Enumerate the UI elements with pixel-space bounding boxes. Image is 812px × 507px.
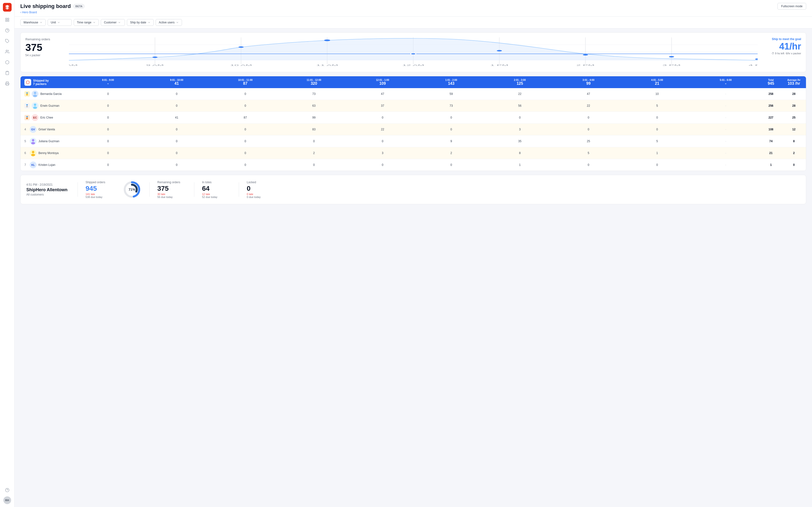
table-header-slot-2: 10:01 - 11:0087 — [211, 76, 280, 88]
table-header-slot-4: 12:01 - 1:00109 — [348, 76, 417, 88]
cell-r3-avg: 12 — [782, 125, 806, 133]
filter-active-users[interactable]: Active users — [156, 19, 182, 26]
cell-r0-7: 47 — [554, 90, 623, 98]
cell-r3-9: - — [692, 125, 760, 133]
cell-r0-5: 59 — [417, 90, 486, 98]
sidebar-icon-help[interactable] — [3, 486, 12, 495]
cell-r4-1: 0 — [142, 137, 211, 145]
breadcrumb-link[interactable]: Hero Board — [22, 11, 37, 14]
packer-cell-0: 🥇 Bernarda Garcia — [20, 88, 74, 100]
table-row: 7 KL Kristen Lujan 0 0 0 0 0 0 1 0 0 - 1… — [20, 159, 806, 171]
sidebar-icon-box[interactable] — [3, 58, 12, 67]
sidebar-icon-tag[interactable] — [3, 37, 12, 45]
page-header: Live shipping board BETA Fullscreen mode… — [14, 0, 812, 17]
table-header-slot-9: 5:01 - 6:00- — [692, 76, 760, 88]
packer-cell-2: 🥉 EC Eric Chee — [20, 112, 74, 123]
cell-r5-8: 1 — [623, 149, 692, 157]
footer-divider-0 — [78, 182, 78, 197]
cell-r0-8: 10 — [623, 90, 692, 98]
svg-text:8 AM: 8 AM — [69, 64, 78, 66]
intotes-value: 64 — [202, 185, 231, 192]
cell-r3-4: 22 — [348, 125, 417, 133]
cell-r3-7: 0 — [554, 125, 623, 133]
filter-customer[interactable]: Customer — [101, 19, 125, 26]
sidebar-icon-clipboard[interactable] — [3, 68, 12, 77]
svg-point-44 — [32, 139, 34, 142]
rank-badge-3: 🥉 — [24, 115, 30, 120]
rank-badge-2: 🥈 — [24, 103, 30, 108]
cell-r2-7: 0 — [554, 113, 623, 122]
donut-percent-label: 71% — [129, 187, 135, 191]
filter-active-users-label: Active users — [159, 21, 174, 24]
svg-point-43 — [33, 107, 37, 109]
remaining-due: 56 due today — [157, 195, 186, 199]
table-row: 5 Juliana Guzman 0 0 0 0 0 9 35 25 5 - — [20, 135, 806, 147]
chevron-down-icon — [176, 21, 179, 24]
app-logo[interactable] — [3, 3, 12, 12]
svg-text:1 PM: 1 PM — [490, 64, 508, 66]
footer-in-totes: In totes 64 12 late 52 due today — [202, 181, 231, 199]
shipped-orders-value: 945 — [86, 185, 114, 192]
user-avatar[interactable]: RH — [3, 496, 11, 504]
svg-rect-0 — [6, 18, 7, 19]
chart-stats-left: Remaining orders 375 54 x packer — [26, 38, 64, 67]
packer-name-0: Bernarda Garcia — [40, 92, 62, 96]
svg-rect-8 — [6, 71, 8, 72]
svg-point-23 — [152, 56, 158, 58]
sidebar-icon-printer[interactable] — [3, 79, 12, 88]
cell-r0-total: 258 — [760, 90, 782, 98]
intotes-due: 52 due today — [202, 195, 231, 199]
sidebar-icon-users[interactable] — [3, 47, 12, 56]
cell-r5-0: 0 — [74, 149, 142, 157]
sidebar-icon-grid[interactable] — [3, 15, 12, 24]
packer-name-2: Eric Chee — [40, 116, 53, 119]
cell-r3-2: 0 — [211, 125, 280, 133]
cell-r2-avg: 25 — [782, 113, 806, 122]
filter-ship-by-date[interactable]: Ship by date — [127, 19, 154, 26]
table-row: 🥉 EC Eric Chee 0 41 87 99 0 0 0 0 0 - 22… — [20, 112, 806, 124]
packer-name-1: Erwin Guzman — [40, 104, 59, 107]
cell-r4-total: 74 — [760, 137, 782, 145]
cell-r5-5: 2 — [417, 149, 486, 157]
sidebar: RH — [0, 0, 14, 507]
rank-number-6: 6 — [24, 151, 28, 155]
svg-text:4 PM: 4 PM — [749, 64, 758, 66]
filter-time-range[interactable]: Time range — [74, 19, 99, 26]
locked-due: 0 due today — [247, 195, 276, 199]
fullscreen-button[interactable]: Fullscreen mode — [777, 3, 806, 10]
intotes-late: 12 late — [202, 193, 231, 195]
shipped-orders-late: 141 late — [86, 193, 114, 195]
cell-r3-0: 0 — [74, 125, 142, 133]
chevron-down-icon — [93, 21, 96, 24]
table-header-slot-3: 11:01 - 12:00320 — [280, 76, 348, 88]
cell-r1-0: 0 — [74, 102, 142, 110]
cell-r1-total: 256 — [760, 102, 782, 110]
cell-r6-9: - — [692, 161, 760, 169]
cell-r5-7: 5 — [554, 149, 623, 157]
table-header-row: Shipped by 7 packers 8:01 - 9:00- 9:01 -… — [20, 76, 806, 88]
avatar-2: EC — [32, 114, 39, 121]
cell-r2-5: 0 — [417, 113, 486, 122]
remaining-orders-sub: 54 x packer — [26, 54, 64, 57]
rank-number-5: 5 — [24, 139, 28, 143]
filter-unit-label: Unit — [51, 21, 56, 24]
cell-r1-7: 22 — [554, 102, 623, 110]
remaining-orders-value: 375 — [157, 185, 186, 192]
locked-late: 0 late — [247, 193, 276, 195]
cell-r4-6: 35 — [486, 137, 554, 145]
cell-r4-9: - — [692, 137, 760, 145]
filter-unit[interactable]: Unit — [48, 19, 72, 26]
cell-r0-9: - — [692, 90, 760, 98]
cell-r0-avg: 28 — [782, 90, 806, 98]
packer-cell-6: 7 KL Kristen Lujan — [20, 159, 74, 171]
cell-r6-3: 0 — [280, 161, 348, 169]
footer-divider-1 — [149, 182, 150, 197]
locked-value: 0 — [247, 185, 276, 192]
cell-r2-8: 0 — [623, 113, 692, 122]
line-chart: 8 AM 9 AM 10 AM 11 AM 12 AM 1 PM 2 PM 3 … — [69, 38, 758, 66]
filter-warehouse[interactable]: Warehouse — [20, 19, 46, 26]
rank-badge-1: 🥇 — [24, 91, 30, 97]
cell-r0-0: 0 — [74, 90, 142, 98]
sidebar-icon-question[interactable] — [3, 26, 12, 35]
cell-r4-2: 0 — [211, 137, 280, 145]
